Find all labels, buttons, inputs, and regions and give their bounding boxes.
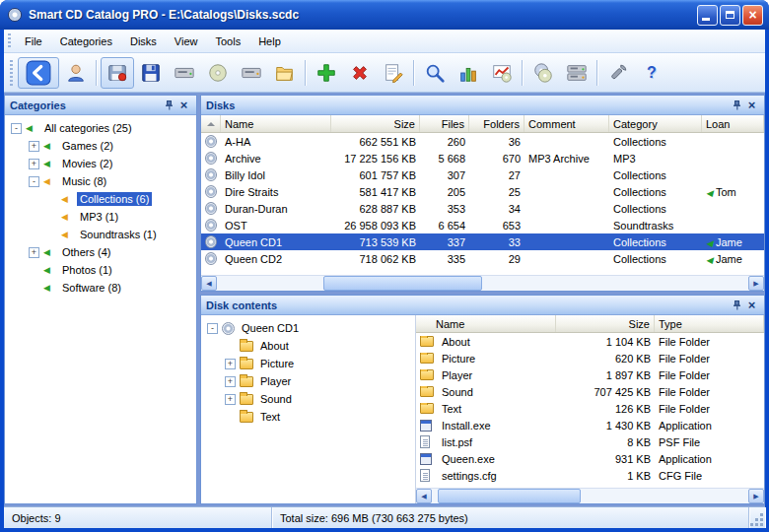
- help-button[interactable]: ?: [635, 57, 668, 89]
- tree-item-software[interactable]: Software (8): [5, 279, 196, 297]
- export-button[interactable]: [168, 57, 201, 89]
- tree-item-soundtrasks[interactable]: Soundtrasks (1): [5, 226, 196, 243]
- menubar-grip[interactable]: [7, 33, 12, 49]
- copy-disk-button[interactable]: [526, 57, 560, 89]
- search-button[interactable]: [418, 57, 452, 89]
- drive-manager-button[interactable]: [560, 57, 594, 89]
- file-row[interactable]: About 1 104 KB File Folder: [416, 333, 764, 350]
- file-row[interactable]: Picture 620 KB File Folder: [416, 350, 764, 366]
- statistics-button[interactable]: [452, 57, 485, 89]
- tree-item-about[interactable]: About: [201, 337, 415, 355]
- column-header-icon[interactable]: [201, 115, 221, 132]
- expand-icon[interactable]: [29, 159, 39, 169]
- scroll-thumb[interactable]: [323, 276, 483, 291]
- file-row[interactable]: settings.cfg 1 KB CFG File: [416, 467, 764, 484]
- file-row[interactable]: Player 1 897 KB File Folder: [416, 366, 764, 383]
- column-header-files[interactable]: Files: [420, 115, 469, 132]
- report-button[interactable]: [485, 57, 519, 89]
- collapse-icon[interactable]: [207, 323, 218, 334]
- expand-icon[interactable]: [29, 141, 39, 152]
- open-catalog-button[interactable]: [101, 57, 134, 89]
- add-disk-button[interactable]: [310, 57, 343, 89]
- edit-disk-button[interactable]: [377, 57, 410, 89]
- disk-row[interactable]: Billy Idol 601 757 KB 307 27 Collections: [201, 166, 764, 183]
- column-header-size[interactable]: Size: [331, 115, 420, 132]
- pin-button[interactable]: [730, 298, 744, 312]
- expand-icon[interactable]: [225, 359, 236, 369]
- contacts-button[interactable]: [59, 57, 93, 89]
- scroll-right-button[interactable]: [748, 489, 764, 503]
- browse-folder-button[interactable]: [268, 57, 302, 89]
- column-header-type[interactable]: Type: [655, 315, 764, 332]
- menu-file[interactable]: File: [16, 32, 51, 51]
- read-disk-button[interactable]: [201, 57, 235, 89]
- scroll-thumb[interactable]: [438, 489, 580, 503]
- resize-grip[interactable]: [749, 507, 765, 528]
- minimize-button[interactable]: [697, 5, 718, 26]
- disk-row[interactable]: Dire Straits 581 417 KB 205 25 Collectio…: [201, 183, 764, 200]
- tree-item-music[interactable]: Music (8): [5, 172, 196, 190]
- collapse-icon[interactable]: [11, 123, 22, 134]
- disk-row-selected[interactable]: Queen CD1 713 539 KB 337 33 Collections …: [201, 233, 764, 250]
- expand-icon[interactable]: [225, 394, 236, 405]
- column-header-name[interactable]: Name: [416, 315, 556, 332]
- tree-item-text[interactable]: Text: [201, 408, 415, 426]
- tree-item-mp3[interactable]: MP3 (1): [5, 208, 196, 226]
- column-header-folders[interactable]: Folders: [469, 115, 524, 132]
- tree-item-photos[interactable]: Photos (1): [5, 261, 196, 279]
- scroll-right-button[interactable]: [748, 276, 764, 291]
- titlebar[interactable]: Smart CD Catalog PRO - E:\Catalogs\Disks…: [0, 0, 769, 30]
- column-header-name[interactable]: Name: [221, 115, 331, 132]
- file-row[interactable]: Sound 707 425 KB File Folder: [416, 383, 764, 400]
- column-header-loan[interactable]: Loan: [702, 115, 764, 132]
- menu-tools[interactable]: Tools: [206, 32, 249, 51]
- tree-item-others[interactable]: Others (4): [5, 243, 196, 261]
- file-row[interactable]: Queen.exe 931 KB Application: [416, 450, 764, 467]
- save-catalog-button[interactable]: [134, 57, 168, 89]
- column-header-comment[interactable]: Comment: [524, 115, 609, 132]
- column-header-category[interactable]: Category: [609, 115, 702, 132]
- tree-item-queen-cd1[interactable]: Queen CD1: [201, 319, 415, 337]
- settings-button[interactable]: [601, 57, 635, 89]
- tree-item-all-categories[interactable]: All categories (25): [5, 119, 196, 137]
- panel-close-button[interactable]: ×: [744, 98, 759, 112]
- tree-item-games[interactable]: Games (2): [5, 137, 196, 155]
- tree-item-picture[interactable]: Picture: [201, 355, 415, 372]
- scroll-track[interactable]: [432, 489, 748, 503]
- collapse-icon[interactable]: [29, 176, 39, 187]
- menu-help[interactable]: Help: [249, 32, 290, 51]
- panel-close-button[interactable]: ×: [744, 298, 759, 312]
- toolbar-grip[interactable]: [9, 60, 14, 86]
- scroll-left-button[interactable]: [416, 489, 432, 503]
- tree-item-player[interactable]: Player: [201, 372, 415, 390]
- disk-row[interactable]: Archive 17 225 156 KB 5 668 670 MP3 Arch…: [201, 150, 764, 166]
- tree-item-collections[interactable]: Collections (6): [5, 190, 196, 208]
- file-row[interactable]: list.psf 8 KB PSF File: [416, 433, 764, 450]
- panel-close-button[interactable]: ×: [176, 98, 191, 112]
- scroll-left-button[interactable]: [201, 276, 217, 291]
- disk-row[interactable]: Queen CD2 718 062 KB 335 29 Collections …: [201, 250, 764, 267]
- menu-categories[interactable]: Categories: [51, 32, 121, 51]
- disks-horizontal-scrollbar[interactable]: [201, 275, 764, 291]
- menu-disks[interactable]: Disks: [121, 32, 166, 51]
- tree-item-movies[interactable]: Movies (2): [5, 155, 196, 172]
- expand-icon[interactable]: [225, 376, 236, 387]
- pin-button[interactable]: [730, 98, 744, 112]
- back-button[interactable]: [18, 57, 59, 89]
- file-row[interactable]: Text 126 KB File Folder: [416, 400, 764, 417]
- device-button[interactable]: [235, 57, 268, 89]
- expand-icon[interactable]: [29, 247, 39, 258]
- menu-view[interactable]: View: [166, 32, 207, 51]
- pin-button[interactable]: [162, 98, 176, 112]
- disk-row[interactable]: A-HA 662 551 KB 260 36 Collections: [201, 133, 764, 150]
- files-horizontal-scrollbar[interactable]: [416, 488, 764, 503]
- maximize-button[interactable]: [720, 5, 740, 26]
- scroll-track[interactable]: [217, 276, 748, 291]
- delete-disk-button[interactable]: [343, 57, 377, 89]
- close-button[interactable]: ×: [742, 5, 763, 26]
- file-row[interactable]: Install.exe 1 430 KB Application: [416, 417, 764, 433]
- column-header-size[interactable]: Size: [556, 315, 655, 332]
- tree-item-sound[interactable]: Sound: [201, 390, 415, 408]
- disk-row[interactable]: OST 26 958 093 KB 6 654 653 Soundtrasks: [201, 217, 764, 233]
- disk-row[interactable]: Duran-Duran 628 887 KB 353 34 Collection…: [201, 200, 764, 217]
